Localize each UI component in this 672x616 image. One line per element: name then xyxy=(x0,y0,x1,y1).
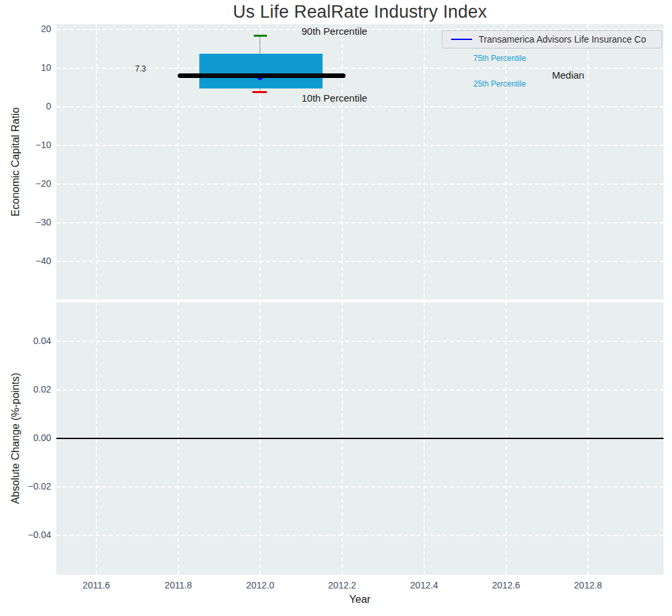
annotation-75th-percentile: 75th Percentile xyxy=(473,54,526,63)
xtick-label: 2012.6 xyxy=(480,580,532,590)
gridline-vertical xyxy=(587,24,589,299)
ytick-label: −0.04 xyxy=(16,530,51,540)
annotation-10th-percentile: 10th Percentile xyxy=(302,92,367,104)
ytick-label: −40 xyxy=(16,256,51,266)
ytick-label: −30 xyxy=(16,218,51,227)
gridline-horizontal xyxy=(56,222,663,223)
gridline-horizontal xyxy=(56,145,663,146)
90th-percentile-cap xyxy=(254,35,267,37)
xtick-label: 2012.8 xyxy=(562,580,614,590)
ytick-label: 20 xyxy=(16,24,51,34)
xtick-label: 2012.4 xyxy=(398,580,450,590)
annotation-25th-percentile: 25th Percentile xyxy=(473,79,526,88)
gridline-vertical xyxy=(342,24,343,299)
gridline-horizontal xyxy=(56,106,663,107)
xtick-label: 2012.2 xyxy=(316,580,368,590)
top-plot-area: 90th Percentile 10th Percentile 7.3 75th… xyxy=(56,24,663,299)
legend-line-icon xyxy=(451,39,472,41)
gridline-vertical xyxy=(96,24,97,299)
gridline-horizontal xyxy=(56,183,663,185)
xtick-label: 2011.8 xyxy=(152,580,205,590)
gridline-horizontal xyxy=(56,535,663,536)
bottom-y-axis-label: Absolute Change (%-points) xyxy=(10,373,22,504)
legend: Transamerica Advisors Life Insurance Co xyxy=(442,30,662,48)
top-y-axis-label: Economic Capital Ratio xyxy=(10,107,22,216)
gridline-vertical xyxy=(424,24,425,299)
x-axis-label: Year xyxy=(56,594,663,606)
gridline-horizontal xyxy=(56,261,663,262)
gridline-horizontal xyxy=(56,341,663,342)
legend-label: Transamerica Advisors Life Insurance Co xyxy=(479,34,646,45)
figure: Us Life RealRate Industry Index 90th Per… xyxy=(0,0,672,616)
gridline-vertical xyxy=(505,24,507,299)
xtick-label: 2012.0 xyxy=(234,580,287,590)
bottom-plot-area xyxy=(56,302,663,575)
annotation-90th-percentile: 90th Percentile xyxy=(302,26,367,37)
zero-baseline xyxy=(56,438,663,439)
annotation-median-value: 7.3 xyxy=(135,64,146,73)
ytick-label: 10 xyxy=(16,63,51,73)
ytick-label: 0.04 xyxy=(16,336,51,346)
gridline-vertical xyxy=(178,24,179,299)
interquartile-box xyxy=(199,54,323,88)
gridline-horizontal xyxy=(56,389,663,391)
xtick-label: 2011.6 xyxy=(70,580,123,590)
gridline-horizontal xyxy=(56,486,663,488)
10th-percentile-cap xyxy=(252,91,267,93)
median-line xyxy=(178,73,346,78)
annotation-median: Median xyxy=(552,69,584,81)
gridline-horizontal xyxy=(56,67,663,69)
chart-title: Us Life RealRate Industry Index xyxy=(56,2,663,22)
